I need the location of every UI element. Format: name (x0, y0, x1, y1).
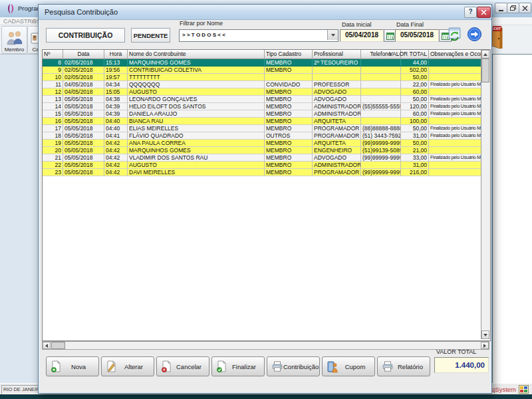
table-cell: Finalizado pelo Usuário MAST (429, 125, 481, 132)
table-cell: ENGENHEIRO (313, 147, 361, 154)
scroll-down-button[interactable] (481, 331, 489, 339)
table-cell: 04:40 (104, 118, 128, 125)
nova-label: Nova (61, 363, 98, 370)
table-row[interactable]: 2205/05/201804:42AUGUSTOMEMBROADMINISTRA… (43, 162, 490, 169)
filter-name-select[interactable]: > > T O D O S < < (179, 29, 338, 42)
filter-value: > > T O D O S < < (182, 32, 225, 38)
table-cell: (88)88888-8888 (361, 125, 401, 132)
toolbar-membro-button[interactable]: Membro (1, 26, 27, 54)
table-cell: PROGRAMADOR (313, 132, 361, 140)
table-row[interactable]: 902/05/201819:56CONTRIBUICAO COLETIVAMEM… (43, 66, 490, 74)
table-cell: 10 (43, 74, 63, 81)
table-cell: (55)55555-5555 (361, 103, 401, 110)
table-cell: MEMBRO (265, 125, 313, 132)
table-cell (361, 118, 401, 125)
horizontal-scroll-thumb[interactable] (51, 342, 65, 349)
toolbar-membro-label: Membro (5, 47, 24, 53)
table-cell: ADMINISTRADOR (313, 110, 361, 118)
column-header[interactable]: VALOR TOTAL (401, 50, 429, 59)
close-icon (522, 5, 528, 11)
table-cell: 04:41 (104, 132, 128, 140)
table-cell: 04:42 (104, 154, 128, 162)
cancelar-button[interactable]: Cancelar (156, 356, 209, 376)
column-header[interactable]: Tipo Cadastro (265, 50, 313, 59)
mdi-client-area (492, 54, 532, 384)
table-cell: MEMBRO (265, 162, 313, 169)
close-main-button[interactable] (519, 3, 531, 13)
brand-icon (519, 385, 529, 394)
date-start-field[interactable]: 05/04/2018 (340, 29, 384, 42)
scroll-left-button[interactable] (43, 342, 51, 349)
triangle-down-icon (483, 334, 487, 336)
scroll-up-button[interactable] (481, 50, 489, 59)
date-end-field[interactable]: 05/05/2018 (395, 29, 439, 42)
table-cell: ARQUITETA (313, 118, 361, 125)
table-row[interactable]: 1405/05/201804:39HELIO EILOFT DOS SANTOS… (43, 103, 490, 110)
table-row[interactable]: 1204/05/201815:05AUGUSTOMEMBROADVOGADO60… (43, 88, 490, 96)
table-row[interactable]: 2105/05/201804:42VLADIMIR DOS SANTOS RAU… (43, 154, 490, 162)
person-card-icon (327, 360, 338, 373)
table-cell: 05/05/2018 (63, 110, 104, 118)
vertical-scrollbar[interactable] (481, 50, 490, 339)
table-cell (429, 162, 481, 169)
column-header[interactable]: Nº (43, 50, 63, 59)
combo-dropdown-button[interactable] (327, 30, 338, 40)
table-row[interactable]: 802/05/201815:13MARQUINHOS GOMESMEMBRO2º… (43, 59, 490, 66)
table-cell: BIANCA RAU (128, 118, 265, 125)
exit-button[interactable]: EXIT (490, 26, 504, 51)
menu-second[interactable]: A (32, 18, 36, 25)
refresh-icon (446, 26, 463, 43)
table-row[interactable]: 1002/05/201819:57TTTTTTTTT50,00 (43, 74, 490, 81)
table-row[interactable]: 1905/05/201804:42ANA PAULA CORREAMEMBROA… (43, 140, 490, 147)
finalizar-label: Finalizar (227, 363, 264, 370)
refresh-button[interactable] (446, 25, 464, 43)
column-header[interactable]: Data (63, 50, 104, 59)
table-cell: 19:57 (104, 74, 128, 81)
vertical-scroll-thumb[interactable] (481, 59, 489, 82)
table-cell: MEMBRO (265, 118, 313, 125)
table-cell: 04:42 (104, 147, 128, 154)
table-cell: 23 (43, 169, 63, 176)
table-cell: 21 (43, 154, 63, 162)
scroll-right-button[interactable] (481, 342, 489, 349)
table-row[interactable]: 1805/05/201804:41FLÁVIO QUADRADOOUTROSPR… (43, 132, 490, 140)
table-cell: 04:39 (104, 103, 128, 110)
minimize-button[interactable] (495, 3, 507, 13)
close-dialog-button[interactable] (477, 7, 491, 18)
relatorio-button[interactable]: Relatório (377, 356, 430, 376)
table-row[interactable]: 1104/05/201804:34QQQQQQQCONVIDADOPROFESS… (43, 81, 490, 88)
restore-button[interactable] (507, 3, 519, 13)
nova-button[interactable]: Nova (46, 356, 99, 376)
table-row[interactable]: 2305/05/201804:42DAVI MEIRELLESMEMBROPRO… (43, 169, 490, 176)
column-header[interactable]: Observações e Ocorrências F (429, 50, 481, 59)
table-row[interactable]: 1705/05/201804:40ELIAS MEIRELLESMEMBROPR… (43, 125, 490, 132)
table-cell (361, 66, 401, 74)
table-row[interactable]: 1605/05/201804:40BIANCA RAUMEMBROARQUITE… (43, 118, 490, 125)
finalizar-button[interactable]: Finalizar (211, 356, 265, 376)
table-cell: MEMBRO (265, 140, 313, 147)
tab-pendente[interactable]: PENDENTE (131, 28, 170, 43)
table-cell: 15:13 (104, 59, 128, 66)
table-row[interactable]: 2005/05/201804:42MARQUINHOS GOMESMEMBROE… (43, 147, 490, 154)
desktop-strip (0, 394, 532, 399)
go-button[interactable] (467, 27, 482, 42)
table-cell: ANA PAULA CORREA (128, 140, 265, 147)
cupom-button[interactable]: Cupom (322, 356, 375, 376)
table-cell: MEMBRO (265, 88, 313, 96)
table-cell (361, 59, 401, 66)
table-cell: 18 (43, 132, 63, 140)
column-header[interactable]: Profissional (313, 50, 361, 59)
horizontal-scrollbar[interactable] (42, 341, 489, 350)
table-row[interactable]: 1305/05/201804:38LEONARDO GONÇALVESMEMBR… (43, 96, 490, 103)
column-header[interactable]: Hora (104, 50, 128, 59)
table-cell: 12 (43, 88, 63, 96)
tab-contribuicao[interactable]: CONTRIBUIÇÃO (46, 28, 125, 43)
table-row[interactable]: 1505/05/201804:39DANIELA ARAUJOMEMBROADM… (43, 110, 490, 118)
help-button[interactable]: ? (464, 7, 477, 18)
screen: Programa pa CADASTROS A Membro Cart (0, 0, 532, 399)
table-cell: 21,00 (401, 147, 429, 154)
column-header[interactable]: Nome do Controbuinte (128, 50, 265, 59)
table-cell: ADVOGADO (313, 96, 361, 103)
alterar-button[interactable]: Alterar (101, 356, 154, 376)
contribuicao-button[interactable]: Contribuição (267, 356, 320, 376)
